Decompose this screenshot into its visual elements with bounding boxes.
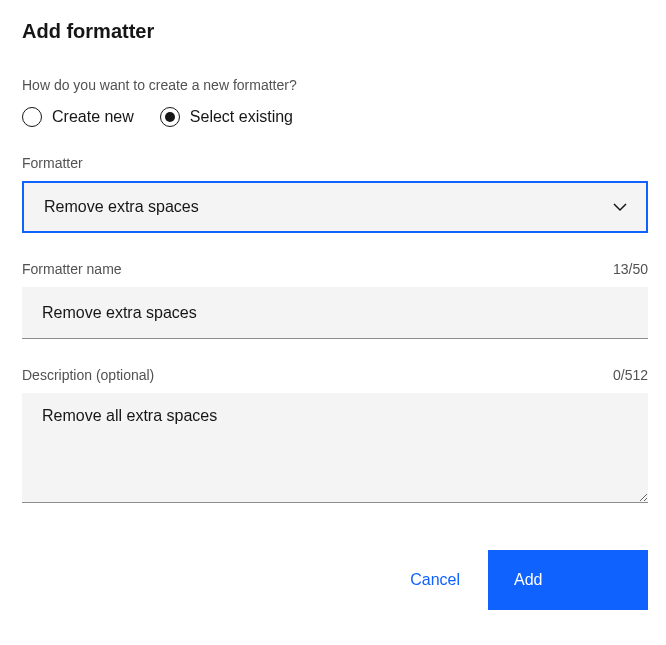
dialog-footer: Cancel Add <box>22 550 648 610</box>
create-method-radio-group: Create new Select existing <box>22 107 648 127</box>
radio-select-existing[interactable]: Select existing <box>160 107 293 127</box>
formatter-name-label: Formatter name <box>22 261 122 277</box>
formatter-name-input[interactable] <box>22 287 648 339</box>
create-method-question: How do you want to create a new formatte… <box>22 77 648 93</box>
formatter-name-counter: 13/50 <box>613 261 648 277</box>
formatter-select-value: Remove extra spaces <box>44 198 199 216</box>
radio-create-new-label: Create new <box>52 108 134 126</box>
cancel-button[interactable]: Cancel <box>390 550 488 610</box>
add-button[interactable]: Add <box>488 550 648 610</box>
chevron-down-icon <box>612 199 628 215</box>
radio-select-existing-label: Select existing <box>190 108 293 126</box>
description-counter: 0/512 <box>613 367 648 383</box>
radio-icon <box>160 107 180 127</box>
radio-create-new[interactable]: Create new <box>22 107 134 127</box>
formatter-label: Formatter <box>22 155 648 171</box>
radio-icon <box>22 107 42 127</box>
formatter-select[interactable]: Remove extra spaces <box>22 181 648 233</box>
description-label: Description (optional) <box>22 367 154 383</box>
description-textarea[interactable] <box>22 393 648 503</box>
dialog-title: Add formatter <box>22 20 648 43</box>
